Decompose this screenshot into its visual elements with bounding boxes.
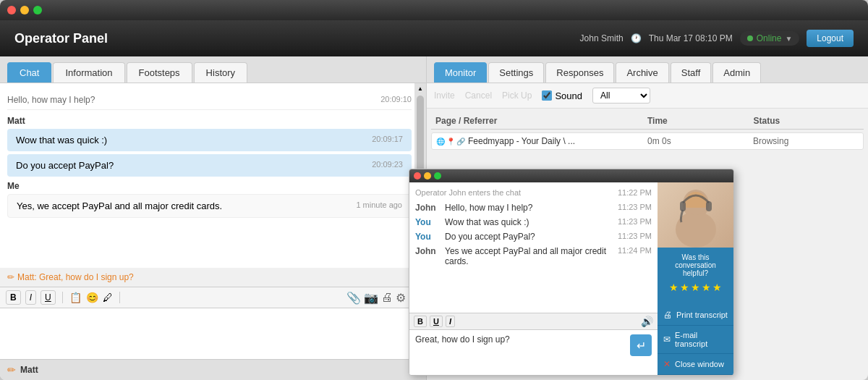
action-btn-4[interactable]: ⚙ (396, 291, 406, 305)
email-transcript-button[interactable]: ✉ E-mail transcript (658, 326, 733, 354)
message-input[interactable] (0, 308, 426, 359)
overlay-system-msg: Operator John enters the chat 11:22 PM (415, 188, 652, 197)
close-window-button[interactable]: ✕ Close window (658, 354, 733, 375)
rtab-admin[interactable]: Admin (712, 62, 761, 83)
avatar-image (658, 182, 733, 248)
star-3[interactable]: ★ (691, 282, 700, 293)
bold-button[interactable]: B (6, 290, 21, 305)
msg-sender-3: You (415, 232, 441, 242)
bottom-user-name: Matt (20, 365, 38, 375)
msg-text-2: Wow that was quick :) (445, 217, 613, 227)
overlay-minimize-icon[interactable] (424, 172, 431, 180)
bottom-bar: ✏ Matt (0, 359, 426, 380)
rtab-settings[interactable]: Settings (488, 62, 544, 83)
italic-button[interactable]: I (25, 290, 36, 305)
overlay-msg-3: You Do you accept PayPal? 11:23 PM (415, 232, 652, 242)
close-button[interactable] (7, 6, 16, 14)
scroll-up-icon[interactable]: ▲ (415, 83, 425, 94)
star-rating[interactable]: ★ ★ ★ ★ ★ (663, 282, 728, 293)
logout-button[interactable]: Logout (807, 30, 854, 47)
overlay-body: Operator John enters the chat 11:22 PM J… (409, 182, 733, 375)
chat-message-3: Yes, we accept PayPal and all major cred… (7, 194, 412, 218)
print-transcript-button[interactable]: 🖨 Print transcript (658, 305, 733, 326)
star-1[interactable]: ★ (669, 282, 678, 293)
cancel-button[interactable]: Cancel (465, 90, 492, 101)
msg-sender-1: John (415, 203, 441, 213)
pencil-icon: ✏ (7, 272, 14, 282)
online-dot (747, 35, 753, 41)
toolbar-separator-2 (119, 292, 120, 303)
favicon-3: 🔗 (456, 138, 465, 145)
left-tabs: Chat Information Footsteps History (0, 56, 426, 83)
sender-matt: Matt (7, 116, 412, 126)
star-2[interactable]: ★ (680, 282, 689, 293)
avatar (658, 182, 733, 248)
header-user-info: John Smith 🕐 Thu Mar 17 08:10 PM Online … (580, 30, 854, 47)
action-btn-3[interactable]: 🖨 (381, 291, 393, 305)
maximize-button[interactable] (33, 6, 42, 14)
overlay-chat-panel: Operator John enters the chat 11:22 PM J… (409, 182, 658, 375)
app-title: Operator Panel (14, 31, 580, 46)
traffic-lights (7, 6, 42, 14)
col-status: Status (754, 116, 860, 126)
msg-text-4: Yes we accept PayPal and all major credi… (445, 246, 613, 266)
col-page: Page / Referrer (435, 116, 647, 126)
visit-status: Browsing (753, 136, 859, 146)
tab-chat[interactable]: Chat (7, 62, 51, 83)
online-label: Online (757, 33, 782, 43)
chat-message-1: Wow that was quick :) 20:09:17 (7, 129, 412, 151)
pickup-button[interactable]: Pick Up (502, 90, 532, 101)
rtab-responses[interactable]: Responses (545, 62, 614, 83)
sound-control: Sound (542, 90, 582, 101)
tab-information[interactable]: Information (53, 62, 124, 83)
underline-button[interactable]: U (41, 290, 56, 305)
action-btn-2[interactable]: 📷 (364, 291, 378, 305)
typing-preview: ✏ Matt: Great, how do I sign up? (0, 268, 426, 287)
msg-text-3: Do you accept PayPal? (445, 232, 613, 242)
overlay-send-button[interactable]: ↵ (630, 334, 652, 356)
overlay-italic-button[interactable]: I (446, 316, 455, 327)
brush-icon[interactable]: 🖊 (103, 292, 113, 303)
filter-select[interactable]: All (592, 88, 650, 104)
rtab-archive[interactable]: Archive (616, 62, 668, 83)
star-4[interactable]: ★ (702, 282, 711, 293)
monitor-toolbar: Invite Cancel Pick Up Sound All (427, 83, 868, 109)
emoji-icon[interactable]: 😊 (86, 292, 98, 303)
page-url: Feedmyapp - Your Daily \ ... (468, 136, 575, 146)
overlay-maximize-icon[interactable] (434, 172, 441, 180)
editor-toolbar: B I U 📋 😊 🖊 📎 📷 🖨 ⚙ ☁ (0, 287, 426, 308)
col-time: Time (647, 116, 754, 126)
clock-icon: 🕐 (631, 33, 642, 43)
tab-history[interactable]: History (194, 62, 247, 83)
star-5[interactable]: ★ (712, 282, 722, 293)
action-btn-1[interactable]: 📎 (346, 291, 361, 305)
pencil-bottom-icon: ✏ (7, 364, 16, 376)
tab-footsteps[interactable]: Footsteps (127, 62, 192, 83)
invite-button[interactable]: Invite (434, 90, 455, 101)
status-badge[interactable]: Online ▼ (740, 31, 800, 46)
rtab-monitor[interactable]: Monitor (434, 62, 487, 83)
svg-rect-4 (706, 201, 712, 211)
overlay-underline-button[interactable]: U (430, 316, 443, 327)
minimize-button[interactable] (20, 6, 29, 14)
overlay-bold-button[interactable]: B (414, 316, 427, 327)
overlay-editor-toolbar: B U I 🔊 (409, 313, 658, 330)
overlay-msg-1: John Hello, how may I help? 11:23 PM (415, 203, 652, 213)
overlay-msg-4: John Yes we accept PayPal and all major … (415, 246, 652, 266)
msg-time-1: 11:23 PM (618, 203, 652, 213)
right-tabs: Monitor Settings Responses Archive Staff… (427, 56, 868, 83)
copy-icon[interactable]: 📋 (69, 292, 82, 303)
favicon-1: 🌐 (436, 138, 445, 145)
overlay-sound-icon[interactable]: 🔊 (641, 316, 653, 327)
overlay-msg-2: You Wow that was quick :) 11:23 PM (415, 217, 652, 227)
table-row[interactable]: 🌐 📍 🔗 Feedmyapp - Your Daily \ ... 0m 0s… (431, 132, 864, 150)
system-message: Hello, how may I help? 20:09:10 (7, 90, 412, 110)
header: Operator Panel John Smith 🕐 Thu Mar 17 0… (0, 20, 868, 56)
overlay-messages: Operator John enters the chat 11:22 PM J… (409, 182, 658, 313)
sound-checkbox[interactable] (542, 90, 552, 101)
overlay-close-icon[interactable] (414, 172, 421, 180)
msg-sender-4: John (415, 246, 441, 266)
overlay-input-area: Great, how do I sign up? ↵ (409, 330, 658, 360)
rtab-staff[interactable]: Staff (671, 62, 712, 83)
visit-time: 0m 0s (647, 136, 753, 146)
